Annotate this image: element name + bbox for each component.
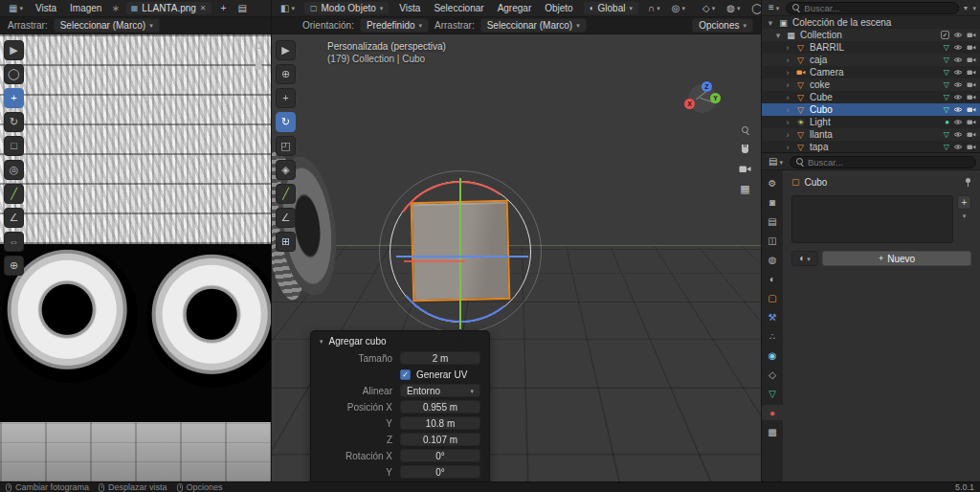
expander-icon[interactable]: › [784, 93, 791, 102]
viewport-shading-group[interactable]: ◯ ◐ ● ▾ [748, 3, 761, 14]
operator-panel-header[interactable]: ▾ Agregar cubo [311, 331, 489, 350]
menu-imagen[interactable]: Imagen [66, 3, 105, 13]
eye-icon[interactable] [953, 81, 963, 88]
expander-icon[interactable]: › [784, 68, 791, 78]
properties-search-box[interactable] [790, 156, 976, 168]
outliner-item-coke[interactable]: › ▽ coke ▽ [762, 78, 980, 91]
tool-cursor[interactable]: ◯ [4, 64, 24, 84]
tool-scale[interactable]: □ [4, 136, 24, 156]
expander-icon[interactable]: › [784, 118, 791, 127]
slot-specials-chevron[interactable]: ▾ [963, 212, 967, 219]
editor-type-button[interactable]: ▦ ▾ [6, 3, 26, 14]
render-camera-icon[interactable] [967, 56, 976, 63]
zoom-icon[interactable] [256, 42, 263, 50]
menu-objeto[interactable]: Objeto [541, 3, 576, 13]
orthographic-grid-icon[interactable]: ▦ [740, 184, 749, 194]
expander-icon[interactable]: › [784, 56, 791, 65]
viewport-canvas[interactable]: Personalizada (perspectiva) (179) Collec… [272, 34, 761, 481]
tab-material[interactable]: ● [762, 405, 783, 420]
eye-icon[interactable] [953, 119, 963, 125]
outliner-item-camera[interactable]: › Camera ▽ [762, 66, 980, 78]
eye-icon[interactable] [953, 69, 963, 76]
rotate-gizmo-x-axis[interactable] [404, 260, 465, 262]
position-y-field[interactable]: 10.8 m [400, 416, 480, 430]
tab-particles[interactable]: ∴ [762, 328, 783, 344]
rotate-gizmo-y-axis[interactable] [459, 178, 461, 329]
unlink-image-icon[interactable]: ✕ [200, 5, 207, 12]
image-canvas[interactable]: ▶ ◯ + ↻ □ ◎ ╱ ∠ ⇔ ⊕ [0, 34, 271, 481]
tool-rotate[interactable]: ↻ [276, 112, 296, 132]
eye-icon[interactable] [953, 106, 963, 113]
add-slot-button[interactable]: + [957, 195, 971, 210]
proportional-editing-toggle[interactable]: ◎ ▾ [669, 3, 688, 14]
tool-transform[interactable]: ◈ [276, 160, 296, 180]
tab-texture[interactable]: ▩ [762, 424, 783, 439]
outliner-search-box[interactable] [786, 2, 958, 14]
axis-x-handle[interactable]: X [684, 99, 695, 109]
expander-icon[interactable]: ▾ [767, 18, 774, 28]
drag-mode-dropdown[interactable]: Seleccionar (Marco) ▾ [54, 18, 160, 33]
editor-type-button[interactable]: ▤ ▾ [766, 156, 786, 168]
properties-search-input[interactable] [808, 157, 969, 168]
tool-annotate[interactable]: ╱ [4, 184, 24, 204]
expander-icon[interactable]: ▾ [774, 31, 782, 40]
position-z-field[interactable]: 0.107 m [400, 433, 480, 446]
outliner-search-input[interactable] [804, 3, 951, 13]
tab-object[interactable]: ▢ [762, 290, 783, 305]
render-camera-icon[interactable] [967, 44, 976, 51]
editor-type-button[interactable]: ≡ ▾ [766, 2, 782, 13]
outliner-item-barril[interactable]: › ▽ BARRIL ▽ [762, 41, 980, 54]
tool-cursor[interactable]: ⊕ [276, 64, 296, 84]
filter-icon[interactable]: ▼ [963, 5, 969, 11]
tool-measure[interactable]: ∠ [276, 208, 296, 228]
collection-row[interactable]: ▾ ▦ Collection ✓ [762, 29, 980, 41]
menu-agregar[interactable]: Agregar [494, 3, 536, 13]
tool-transform[interactable]: ◎ [4, 160, 24, 180]
tab-tool[interactable]: ⚙ [762, 175, 783, 190]
eye-icon[interactable] [953, 94, 963, 101]
eye-icon[interactable] [953, 131, 963, 138]
outliner-item-cube[interactable]: › ▽ Cube ▽ [762, 91, 980, 103]
tool-select[interactable]: ▶ [4, 40, 24, 60]
axis-y-handle[interactable]: Y [710, 93, 721, 103]
eye-icon[interactable] [953, 44, 963, 51]
tab-physics[interactable]: ◉ [762, 347, 783, 363]
pan-hand-icon[interactable] [255, 61, 263, 71]
tab-output[interactable]: ▤ [762, 213, 783, 229]
eye-icon[interactable] [953, 32, 963, 38]
render-camera-icon[interactable] [967, 131, 976, 138]
expander-icon[interactable]: › [784, 143, 791, 152]
tool-rotate[interactable]: ↻ [4, 112, 24, 132]
tab-world[interactable]: ◐ [762, 271, 783, 286]
menu-seleccionar[interactable]: Seleccionar [430, 3, 487, 13]
camera-view-icon[interactable] [739, 165, 751, 173]
drag-mode-dropdown[interactable]: Seleccionar (Marco) ▾ [480, 18, 587, 33]
editor-type-button[interactable]: ◧ ▾ [278, 3, 298, 14]
transform-orientation-dropdown[interactable]: ◐ Global ▾ [583, 1, 639, 15]
navigation-gizmo[interactable]: Z Y X [686, 82, 719, 115]
rotate-gizmo-z-axis[interactable] [396, 256, 528, 257]
tool-scale[interactable]: ◰ [276, 136, 296, 156]
open-image-button[interactable]: ▤ [234, 3, 249, 14]
eye-icon[interactable] [953, 144, 963, 150]
axis-z-handle[interactable]: Z [702, 81, 712, 92]
rotation-y-field[interactable]: 0° [400, 465, 480, 479]
render-camera-icon[interactable] [967, 32, 976, 38]
expander-icon[interactable]: › [784, 130, 791, 140]
rotation-x-field[interactable]: 0° [400, 449, 480, 462]
tool-measure[interactable]: ∠ [4, 208, 24, 228]
tab-modifiers[interactable]: ⚒ [762, 309, 783, 324]
scene-collection-row[interactable]: ▾ ▣ Colección de la escena [762, 16, 980, 29]
position-x-field[interactable]: 0.955 m [400, 400, 480, 414]
menu-vista[interactable]: Vista [395, 3, 424, 13]
tool-annotate[interactable]: ╱ [276, 184, 296, 204]
generate-uv-checkbox[interactable]: ✓ [400, 369, 411, 380]
image-datablock-tab[interactable]: ▦ LLANTA.png ✕ [125, 1, 212, 15]
render-camera-icon[interactable] [967, 81, 976, 88]
pin-image-icon[interactable]: ∗ [111, 4, 119, 13]
pin-id-icon[interactable] [965, 178, 971, 187]
outliner-item-light[interactable]: › ☀ Light ● [762, 116, 980, 128]
tool-move[interactable]: + [4, 88, 24, 108]
tool-pan[interactable]: ⇔ [4, 232, 24, 252]
menu-vista[interactable]: Vista [32, 3, 60, 13]
